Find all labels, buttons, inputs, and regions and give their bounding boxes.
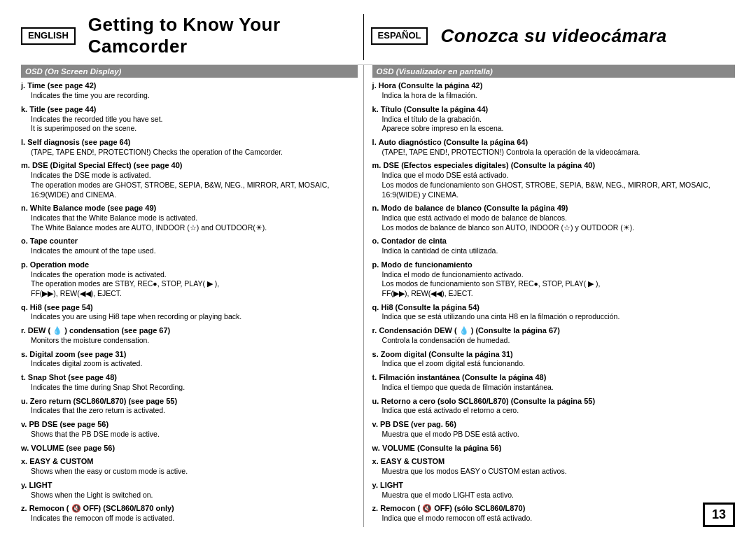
list-item: p. Modo de funcionamientoIndica el modo …: [372, 260, 735, 299]
list-item: z. Remocon ( 🔇 OFF) (SCL860/L870 only)In…: [21, 503, 358, 523]
item-description: Indica que está activado el modo de bala…: [382, 213, 735, 232]
item-description: Indica que el modo DSE está activado. Lo…: [382, 171, 735, 199]
item-label: z. Remocon ( 🔇 OFF) (sólo SCL860/L870): [372, 503, 735, 514]
item-description: Indica que el modo remocon off está acti…: [382, 514, 735, 524]
item-description: Muestra que los modos EASY o CUSTOM esta…: [382, 467, 735, 477]
list-item: l. Self diagnosis (see page 64)(TAPE, TA…: [21, 137, 358, 157]
list-item: s. Zoom digital (Consulte la página 31)I…: [372, 349, 735, 369]
item-label: q. Hi8 (Consulte la página 54): [372, 302, 735, 313]
item-label: x. EASY & CUSTOM: [21, 456, 358, 467]
item-description: Indicates you are using Hi8 tape when re…: [31, 312, 358, 322]
list-item: j. Hora (Consulte la página 42)Indica la…: [372, 80, 735, 100]
spanish-badge: ESPAÑOL: [371, 27, 428, 45]
list-item: v. PB DSE (ver pag. 56)Muestra que el mo…: [372, 419, 735, 439]
item-description: Indicates the time you are recording.: [31, 91, 358, 101]
spanish-title-wrap: ESPAÑOL Conozca su videocámara: [364, 25, 735, 50]
list-item: j. Time (see page 42)Indicates the time …: [21, 80, 358, 100]
item-description: Indicates the amount of the tape used.: [31, 246, 358, 256]
item-description: Indica la hora de la filmación.: [382, 91, 735, 101]
list-item: m. DSE (Efectos especiales digitales) (C…: [372, 160, 735, 199]
list-item: t. Snap Shot (see page 48)Indicates the …: [21, 372, 358, 392]
page-number: 13: [703, 503, 735, 527]
item-description: Shows when the Light is switched on.: [31, 491, 358, 500]
list-item: q. Hi8 (see page 54)Indicates you are us…: [21, 302, 358, 322]
item-label: p. Operation mode: [21, 260, 358, 270]
item-description: Indicates the operation mode is activate…: [31, 270, 358, 299]
list-item: w. VOLUME (see page 56): [21, 443, 358, 454]
item-description: Indica que se está utilizando una cinta …: [382, 312, 735, 322]
list-item: l. Auto diagnóstico (Consulte la página …: [372, 137, 735, 157]
item-description: Indica que el zoom digital está funciona…: [382, 359, 735, 369]
english-items-list: j. Time (see page 42)Indicates the time …: [21, 80, 358, 523]
spanish-items-list: j. Hora (Consulte la página 42)Indica la…: [372, 80, 735, 523]
item-label: x. EASY & CUSTOM: [372, 456, 735, 467]
item-description: Indica la cantidad de cinta utilizada.: [382, 246, 735, 256]
item-label: u. Retorno a cero (solo SCL860/L870) (Co…: [372, 396, 735, 407]
item-description: Muestra que el modo LIGHT esta activo.: [382, 491, 735, 500]
item-description: (TAPE, TAPE END!, PROTECTION!) Checks th…: [31, 148, 358, 157]
item-label: m. DSE (Digital Special Effect) (see pag…: [21, 160, 358, 171]
item-description: Indica el modo de funcionamiento activad…: [382, 270, 735, 299]
item-label: n. White Balance mode (see page 49): [21, 203, 358, 213]
item-label: r. Condensación DEW ( 💧 ) (Consulte la p…: [372, 325, 735, 336]
item-label: r. DEW ( 💧 ) condensation (see page 67): [21, 325, 358, 336]
item-description: Indica que está activado el retorno a ce…: [382, 406, 735, 416]
list-item: v. PB DSE (see page 56)Shows that the PB…: [21, 419, 358, 439]
item-label: z. Remocon ( 🔇 OFF) (SCL860/L870 only): [21, 503, 358, 514]
item-label: k. Título (Consulte la página 44): [372, 104, 735, 115]
list-item: z. Remocon ( 🔇 OFF) (sólo SCL860/L870)In…: [372, 503, 735, 523]
list-item: t. Filmación instantánea (Consulte la pá…: [372, 372, 735, 392]
item-description: Indica el título de la grabación. Aparec…: [382, 115, 735, 134]
list-item: x. EASY & CUSTOMMuestra que los modos EA…: [372, 456, 735, 476]
list-item: u. Retorno a cero (solo SCL860/L870) (Co…: [372, 396, 735, 416]
titles-row: ENGLISH Getting to Know Your Camcorder E…: [21, 14, 735, 60]
item-label: n. Modo de balance de blanco (Consulte l…: [372, 203, 735, 213]
item-label: w. VOLUME (see page 56): [21, 443, 358, 454]
list-item: n. Modo de balance de blanco (Consulte l…: [372, 203, 735, 232]
item-label: j. Hora (Consulte la página 42): [372, 80, 735, 91]
item-label: u. Zero return (SCL860/L870) (see page 5…: [21, 396, 358, 407]
list-item: p. Operation modeIndicates the operation…: [21, 260, 358, 299]
item-label: w. VOLUME (Consulte la página 56): [372, 443, 735, 454]
list-item: o. Tape counterIndicates the amount of t…: [21, 236, 358, 255]
item-label: m. DSE (Efectos especiales digitales) (C…: [372, 160, 735, 171]
list-item: k. Title (see page 44)Indicates the reco…: [21, 104, 358, 134]
item-description: Indica el tiempo que queda de filmación …: [382, 383, 735, 393]
item-description: Muestra que el modo PB DSE está activo.: [382, 430, 735, 440]
english-column: OSD (On Screen Display) j. Time (see pag…: [21, 65, 364, 526]
english-main-title: Getting to Know Your Camcorder: [88, 14, 363, 57]
list-item: y. LIGHTMuestra que el modo LIGHT esta a…: [372, 480, 735, 500]
item-description: Shows that the PB DSE mode is active.: [31, 430, 358, 440]
english-badge: ENGLISH: [21, 27, 76, 45]
list-item: o. Contador de cintaIndica la cantidad d…: [372, 236, 735, 255]
english-title-wrap: ENGLISH Getting to Know Your Camcorder: [21, 14, 364, 60]
list-item: q. Hi8 (Consulte la página 54)Indica que…: [372, 302, 735, 322]
item-description: Indicates the DSE mode is activated. The…: [31, 171, 358, 199]
item-description: Indicates that the White Balance mode is…: [31, 213, 358, 232]
item-description: Indicates that the zero return is activa…: [31, 406, 358, 416]
item-label: v. PB DSE (ver pag. 56): [372, 419, 735, 430]
spanish-section-header: OSD (Visualizador en pantalla): [372, 65, 735, 78]
english-section-header: OSD (On Screen Display): [21, 65, 358, 78]
item-label: s. Digital zoom (see page 31): [21, 349, 358, 360]
item-description: Monitors the moisture condensation.: [31, 336, 358, 346]
list-item: m. DSE (Digital Special Effect) (see pag…: [21, 160, 358, 199]
content-area: OSD (On Screen Display) j. Time (see pag…: [21, 64, 735, 526]
item-label: s. Zoom digital (Consulte la página 31): [372, 349, 735, 360]
item-label: y. LIGHT: [372, 480, 735, 491]
spanish-column: OSD (Visualizador en pantalla) j. Hora (…: [364, 65, 735, 526]
item-description: Indicates the time during Snap Shot Reco…: [31, 383, 358, 393]
item-label: l. Self diagnosis (see page 64): [21, 137, 358, 148]
list-item: n. White Balance mode (see page 49)Indic…: [21, 203, 358, 232]
item-label: v. PB DSE (see page 56): [21, 419, 358, 430]
item-description: Indicates the remocon off mode is activa…: [31, 514, 358, 524]
list-item: r. Condensación DEW ( 💧 ) (Consulte la p…: [372, 325, 735, 345]
item-label: j. Time (see page 42): [21, 80, 358, 91]
item-label: o. Contador de cinta: [372, 236, 735, 246]
spanish-main-title: Conozca su videocámara: [440, 25, 666, 47]
list-item: u. Zero return (SCL860/L870) (see page 5…: [21, 396, 358, 416]
list-item: k. Título (Consulte la página 44)Indica …: [372, 104, 735, 134]
item-label: t. Snap Shot (see page 48): [21, 372, 358, 383]
item-label: t. Filmación instantánea (Consulte la pá…: [372, 372, 735, 383]
item-description: Shows when the easy or custom mode is ac…: [31, 467, 358, 477]
